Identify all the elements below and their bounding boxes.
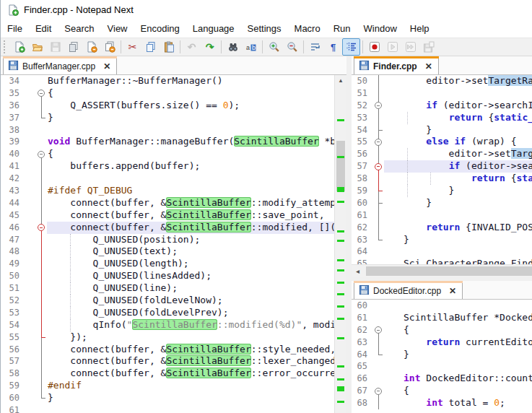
line-number[interactable]: 44	[1, 197, 22, 209]
dockededitor-code-editor[interactable]: 6061ScintillaBuffer *DockedEditor::getCu…	[352, 300, 532, 413]
code-line[interactable]: 64	[352, 245, 532, 258]
code-line[interactable]: 50 editor->setTargetRange(startPos, endP…	[352, 75, 532, 87]
top-right-horizontal-scrollbar[interactable]: ◂	[352, 264, 532, 277]
code-line[interactable]: 54 qInfo("ScintillaBuffer::modified(%d)"…	[1, 319, 334, 331]
tab-close-icon[interactable]: ✕	[103, 60, 110, 71]
line-number[interactable]: 40	[1, 148, 22, 160]
line-number[interactable]: 54	[1, 319, 22, 331]
fold-margin[interactable]	[37, 270, 47, 282]
fold-margin[interactable]	[37, 136, 47, 148]
line-number[interactable]: 57	[352, 160, 370, 173]
scroll-left-arrow-icon[interactable]: ◂	[352, 267, 364, 275]
menu-window[interactable]: Window	[357, 21, 404, 36]
line-number[interactable]: 58	[1, 368, 22, 380]
fold-margin[interactable]	[374, 112, 384, 124]
line-number[interactable]: 64	[352, 349, 370, 361]
menu-view[interactable]: View	[101, 21, 134, 36]
save-file-button[interactable]	[46, 38, 64, 56]
fold-margin[interactable]	[374, 124, 384, 136]
redo-button[interactable]: ↷	[201, 38, 219, 56]
indent-guides-button[interactable]	[342, 38, 360, 56]
code-line[interactable]: 42	[1, 173, 334, 185]
code-line[interactable]: 51 Q_UNUSED(line);	[1, 282, 334, 295]
fold-margin[interactable]	[374, 385, 384, 397]
line-number[interactable]: 38	[1, 124, 22, 136]
code-line[interactable]: 57 if (editor->searchInTarget(	[352, 160, 532, 173]
symbol-margin[interactable]	[22, 368, 37, 380]
code-line[interactable]: 68 int total = 0;	[352, 397, 532, 409]
fold-margin[interactable]	[374, 349, 384, 361]
fold-margin[interactable]	[374, 360, 384, 373]
zoom-out-button[interactable]	[283, 38, 301, 56]
code-line[interactable]: 37}	[1, 112, 334, 124]
close-file-button[interactable]	[82, 38, 100, 56]
menu-macro[interactable]: Macro	[288, 21, 327, 36]
symbol-margin[interactable]	[22, 87, 37, 100]
code-line[interactable]: 64}	[352, 349, 532, 361]
cut-button[interactable]: ✂	[123, 38, 141, 56]
menu-settings[interactable]: Settings	[241, 21, 288, 36]
fold-margin[interactable]	[37, 258, 47, 270]
fold-margin[interactable]	[37, 392, 47, 404]
line-number[interactable]: 68	[352, 397, 370, 409]
close-all-files-button[interactable]	[100, 38, 118, 56]
line-number[interactable]: 41	[1, 160, 22, 173]
line-number[interactable]: 36	[1, 100, 22, 112]
new-file-button[interactable]	[10, 38, 28, 56]
symbol-margin[interactable]	[22, 185, 37, 197]
line-number[interactable]: 66	[352, 373, 370, 385]
line-number[interactable]: 48	[1, 245, 22, 258]
fold-margin[interactable]	[37, 295, 47, 307]
line-number[interactable]: 53	[352, 112, 370, 124]
fold-margin[interactable]	[37, 75, 47, 87]
left-vertical-scrollbar[interactable]: ▴	[334, 75, 346, 413]
line-number[interactable]: 52	[352, 100, 370, 112]
code-line[interactable]: 59 }	[352, 185, 532, 197]
code-line[interactable]: 53 Q_UNUSED(foldLevelPrev);	[1, 307, 334, 319]
code-line[interactable]: 59#endif	[1, 380, 334, 392]
fold-margin[interactable]	[37, 282, 47, 295]
tab-buffermanager-cpp[interactable]: BufferManager.cpp ✕	[3, 56, 117, 74]
fold-margin[interactable]	[374, 373, 384, 385]
line-number[interactable]: 55	[352, 136, 370, 148]
code-line[interactable]: 45 connect(buffer, &ScintillaBuffer::sav…	[1, 209, 334, 222]
fold-margin[interactable]	[37, 87, 47, 100]
fold-margin[interactable]	[37, 100, 47, 112]
record-macro-button[interactable]	[365, 38, 383, 56]
replace-button[interactable]: ab	[242, 38, 260, 56]
line-number[interactable]: 59	[1, 380, 22, 392]
code-line[interactable]: 50 Q_UNUSED(linesAdded);	[1, 270, 334, 282]
fold-margin[interactable]	[37, 234, 47, 246]
fold-margin[interactable]	[37, 307, 47, 319]
line-number[interactable]: 55	[1, 331, 22, 344]
code-line[interactable]: 56 editor->setTargetRange(0, startPos);	[352, 148, 532, 160]
line-number[interactable]: 50	[352, 75, 370, 87]
line-number[interactable]: 42	[1, 173, 22, 185]
code-line[interactable]: 63 return currentEditor()->scintillaBuff…	[352, 336, 532, 349]
code-line[interactable]: 49 Q_UNUSED(length);	[1, 258, 334, 270]
line-number[interactable]: 59	[352, 185, 370, 197]
line-number[interactable]: 60	[1, 392, 22, 404]
code-line[interactable]: 55 });	[1, 331, 334, 344]
line-number[interactable]: 45	[1, 209, 22, 222]
undo-button[interactable]: ↶	[183, 38, 201, 56]
scrollbar-thumb[interactable]	[336, 141, 345, 191]
fold-margin[interactable]	[374, 160, 384, 173]
fold-margin[interactable]	[37, 355, 47, 368]
line-number[interactable]: 54	[352, 124, 370, 136]
line-number[interactable]: 46	[1, 222, 22, 234]
symbol-margin[interactable]	[22, 282, 37, 295]
symbol-margin[interactable]	[22, 173, 37, 185]
code-line[interactable]: 60 }	[352, 197, 532, 209]
line-number[interactable]: 62	[352, 324, 370, 336]
code-line[interactable]: 38	[1, 124, 334, 136]
line-number[interactable]: 60	[352, 300, 370, 312]
line-number[interactable]: 62	[352, 222, 370, 234]
code-line[interactable]: 67{	[352, 385, 532, 397]
line-number[interactable]: 63	[352, 336, 370, 349]
line-number[interactable]: 49	[1, 258, 22, 270]
menu-help[interactable]: Help	[404, 21, 436, 36]
line-number[interactable]: 61	[352, 312, 370, 324]
copy-button[interactable]	[141, 38, 160, 56]
line-number[interactable]: 57	[1, 355, 22, 368]
